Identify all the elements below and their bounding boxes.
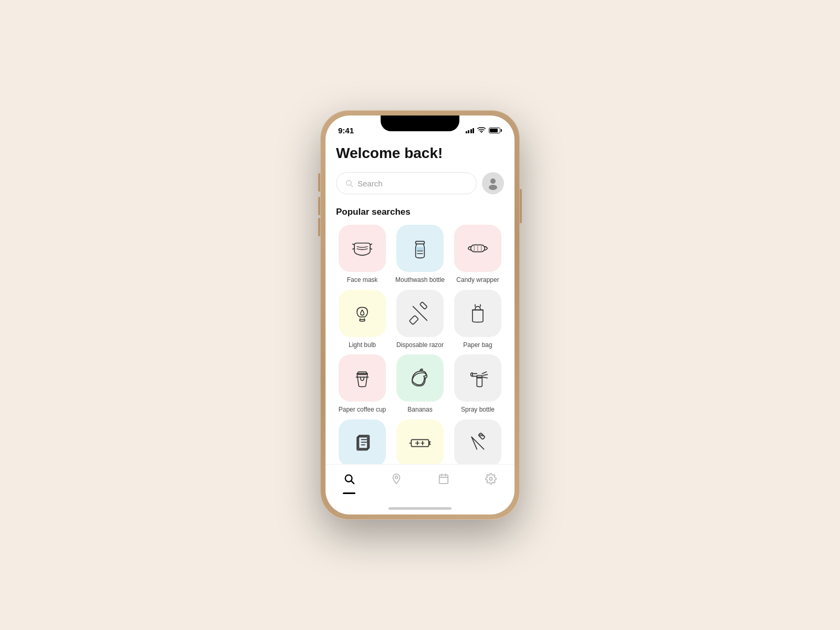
screen-content: Welcome back! Search P [326, 139, 514, 464]
item-bananas[interactable]: Bananas [394, 354, 446, 414]
svg-rect-20 [409, 315, 418, 324]
icon-box-battery [396, 419, 444, 464]
svg-rect-9 [416, 242, 425, 244]
label-coffee-cup: Paper coffee cup [339, 406, 386, 414]
nav-search[interactable] [337, 471, 361, 487]
label-face-mask: Face mask [347, 276, 378, 285]
search-placeholder-text: Search [358, 179, 383, 188]
svg-rect-32 [358, 436, 369, 449]
icon-box-spray-bottle [454, 354, 501, 402]
avatar-button[interactable] [482, 172, 504, 194]
icon-box-candy [454, 225, 501, 272]
home-indicator [326, 502, 514, 514]
section-title: Popular searches [336, 207, 504, 217]
icon-box-lightbulb [339, 290, 386, 337]
icon-box-mouthwash [396, 225, 444, 272]
svg-line-2 [351, 185, 353, 187]
svg-point-0 [481, 132, 482, 133]
wifi-icon [477, 127, 486, 134]
svg-line-28 [482, 372, 486, 374]
status-time: 9:41 [338, 126, 354, 135]
nav-calendar[interactable] [432, 471, 456, 487]
phone-screen: 9:41 [326, 116, 514, 514]
svg-rect-47 [478, 433, 485, 439]
label-razor: Disposable razor [396, 341, 444, 350]
icon-box-coffee-cup [339, 354, 386, 402]
nav-location[interactable] [384, 471, 408, 487]
icon-box-face-mask [339, 225, 386, 272]
item-spray-bottle[interactable]: Spray bottle [452, 354, 504, 414]
item-coffee-cup[interactable]: Paper coffee cup [336, 354, 388, 414]
icon-box-paper [339, 419, 386, 464]
item-razor[interactable]: Disposable razor [394, 290, 446, 350]
status-icons [466, 127, 502, 134]
item-candy[interactable]: Candy wrapper [452, 225, 504, 285]
label-mouthwash: Mouthwash bottle [395, 276, 445, 285]
notch [381, 116, 459, 131]
item-toothbrush[interactable]: Toothbrush [452, 419, 504, 464]
svg-line-50 [351, 481, 354, 484]
svg-rect-37 [411, 439, 428, 446]
svg-rect-25 [358, 372, 367, 375]
label-bananas: Bananas [407, 406, 432, 414]
svg-point-3 [490, 178, 496, 184]
item-battery[interactable]: AA battery [394, 419, 446, 464]
nav-settings[interactable] [479, 471, 503, 487]
icon-box-bananas [396, 354, 444, 402]
svg-rect-12 [417, 247, 423, 250]
item-paper[interactable]: Paper [336, 419, 388, 464]
item-paper-bag[interactable]: Paper bag [452, 290, 504, 350]
icon-box-razor [396, 290, 444, 337]
item-mouthwash[interactable]: Mouthwash bottle [394, 225, 446, 285]
item-face-mask[interactable]: Face mask [336, 225, 388, 285]
svg-point-51 [395, 476, 398, 479]
phone-frame: 9:41 [320, 110, 520, 520]
search-bar[interactable]: Search [336, 172, 477, 194]
icon-box-toothbrush [454, 419, 501, 464]
signal-icon [466, 127, 475, 133]
label-paper-bag: Paper bag [463, 341, 492, 350]
bottom-navigation [326, 464, 514, 502]
items-grid: Face mask Mouthwash bottle [336, 225, 504, 464]
battery-icon [489, 128, 502, 133]
svg-line-29 [483, 375, 487, 376]
welcome-heading: Welcome back! [336, 145, 504, 162]
label-candy: Candy wrapper [456, 276, 499, 285]
label-spray-bottle: Spray bottle [461, 406, 495, 414]
svg-point-4 [489, 185, 497, 190]
label-lightbulb: Light bulb [349, 341, 376, 350]
search-row: Search [336, 172, 504, 194]
svg-line-48 [471, 437, 477, 449]
icon-box-paper-bag [454, 290, 501, 337]
svg-line-30 [483, 377, 487, 379]
svg-point-56 [489, 477, 492, 480]
svg-rect-19 [420, 302, 427, 309]
search-magnifier-icon [345, 179, 353, 187]
svg-rect-52 [439, 475, 448, 484]
item-lightbulb[interactable]: Light bulb [336, 290, 388, 350]
